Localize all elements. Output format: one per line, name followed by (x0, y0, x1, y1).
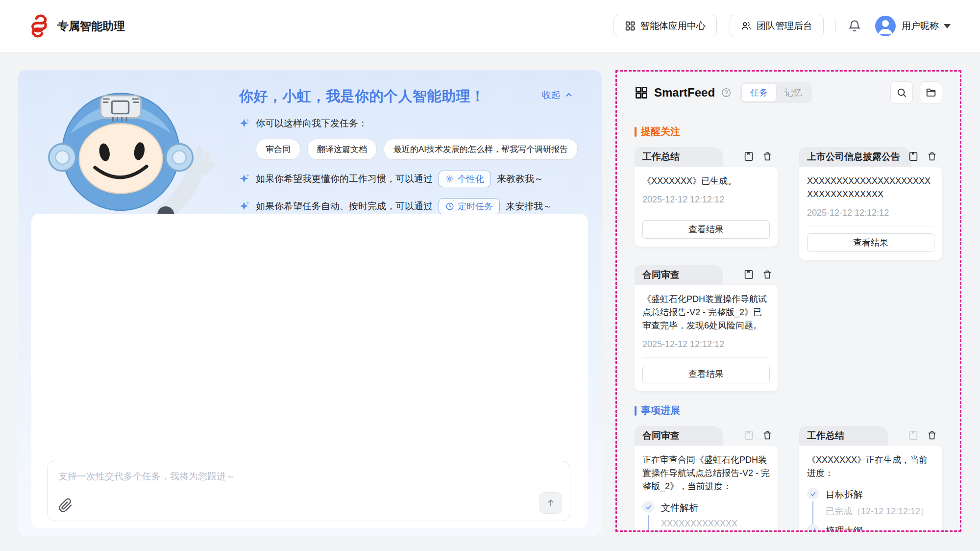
team-admin-label: 团队管理后台 (757, 20, 812, 32)
divider (642, 213, 770, 213)
grid-icon (625, 21, 636, 31)
send-button[interactable] (539, 492, 562, 514)
save-icon (908, 430, 919, 441)
agent-center-button[interactable]: 智能体应用中心 (613, 15, 717, 37)
chevron-up-icon (564, 91, 573, 100)
team-admin-button[interactable]: 团队管理后台 (730, 15, 824, 37)
page-title: 专属智能助理 (57, 19, 125, 34)
card-title: 工作总结 (635, 147, 723, 167)
card-title: 上市公司信息披露公告 (799, 147, 911, 167)
task-input[interactable] (48, 461, 570, 494)
tip-personalize-suffix: 来教教我～ (497, 173, 543, 185)
tip-schedule-prefix: 如果你希望任务自动、按时完成，可以通过 (256, 200, 433, 213)
section-reminders: 提醒关注 (635, 125, 942, 138)
clock-icon (445, 202, 454, 211)
folder-icon (926, 87, 936, 98)
welcome-title: 你好，小虹，我是你的个人智能助理！ (239, 87, 485, 106)
section-bar (635, 406, 637, 416)
chip-translate-doc[interactable]: 翻译这篇文档 (307, 139, 377, 160)
divider (617, 112, 960, 112)
smartfeed-panel: SmartFeed 任务 记忆 (615, 70, 961, 532)
step-connector (648, 515, 649, 532)
brand-logo-icon (28, 13, 50, 39)
trash-icon[interactable] (762, 151, 773, 162)
collapse-label: 收起 (542, 89, 561, 101)
tip-schedule: 如果你希望任务自动、按时完成，可以通过 定时任务 来安排我～ (239, 198, 573, 215)
assistant-home-panel: 你好，小虹，我是你的个人智能助理！ 收起 你可以这样向我下发任务： 审合同 翻译… (18, 70, 602, 536)
personalize-label: 个性化 (458, 173, 484, 185)
user-avatar[interactable] (875, 16, 896, 36)
check-circle-icon (807, 488, 819, 500)
save-icon[interactable] (743, 269, 754, 280)
card-text: 《XXXXXXX》正在生成，当前进度： (807, 453, 934, 480)
collapse-button[interactable]: 收起 (542, 89, 573, 101)
progress-cards: 合同审查 正在审查合同《盛虹石化PDH装置操作导航试点总结报告-V2 - 完整版… (635, 426, 942, 532)
attachment-paperclip-icon[interactable] (58, 498, 73, 513)
sparkle-icon (239, 174, 250, 184)
trash-icon[interactable] (927, 151, 937, 162)
team-icon (741, 21, 752, 31)
app-header: 专属智能助理 智能体应用中心 团队管理后台 用户昵称 (0, 0, 980, 52)
card-timestamp: 2025-12-12 12:12:12 (642, 195, 770, 205)
section-reminders-label: 提醒关注 (641, 125, 680, 138)
check-circle-icon (807, 524, 819, 532)
search-button[interactable] (890, 81, 913, 104)
card-text: 《盛虹石化PDH装置操作导航试点总结报告-V2 - 完整版_2》已审查完毕，发现… (642, 293, 770, 332)
tip-schedule-suffix: 来安排我～ (506, 200, 552, 213)
step-detail: 已完成（12-12 12:12:12） (826, 505, 929, 517)
reminder-card-disclosure: 上市公司信息披露公告 XXXXXXXXXXXXXXXXXXXXXXXXXXXXX… (799, 147, 942, 260)
trash-icon[interactable] (927, 430, 937, 441)
user-nickname[interactable]: 用户昵称 (902, 20, 939, 32)
section-bar (635, 127, 637, 137)
reminder-cards: 工作总结 《XXXXXXX》已生成。 2025-12-12 12:1 (635, 147, 942, 391)
view-result-button[interactable]: 查看结果 (642, 220, 770, 239)
card-text: 正在审查合同《盛虹石化PDH装置操作导航试点总结报告-V2 - 完整版_2》，当… (642, 453, 770, 493)
tab-memory[interactable]: 记忆 (776, 84, 810, 101)
trash-icon[interactable] (762, 430, 773, 441)
agent-center-label: 智能体应用中心 (640, 20, 706, 32)
tip-personalize-prefix: 如果你希望我更懂你的工作习惯，可以通过 (256, 173, 433, 185)
tip-personalize: 如果你希望我更懂你的工作习惯，可以通过 个性化 来教教我～ (239, 171, 573, 187)
reminder-card-contract-review: 合同审查 《盛虹石化PDH装置操作导航试点总结报告-V2 - 完整版_2》已审查… (635, 265, 778, 391)
suggestion-chips: 审合同 翻译这篇文档 最近的AI技术发展的怎么样，帮我写个调研报告 (256, 139, 573, 160)
personalize-button[interactable]: 个性化 (439, 171, 491, 187)
sparkle-icon (239, 118, 250, 129)
progress-card-contract-review: 合同审查 正在审查合同《盛虹石化PDH装置操作导航试点总结报告-V2 - 完整版… (635, 426, 778, 532)
smartfeed-title: SmartFeed (654, 86, 715, 100)
card-text: XXXXXXXXXXXXXXXXXXXXXXXXXXXXXXXXXX (807, 175, 934, 201)
tab-tasks[interactable]: 任务 (742, 84, 776, 101)
card-text: 《XXXXXXX》已生成。 (642, 175, 770, 188)
chevron-down-icon[interactable] (944, 24, 951, 28)
card-timestamp: 2025-12-12 12:12:12 (807, 208, 934, 218)
search-icon (896, 87, 907, 98)
smartfeed-grid-icon (635, 86, 648, 100)
arrow-up-icon (546, 498, 556, 508)
divider (642, 357, 770, 358)
progress-card-work-summary: 工作总结 《XXXXXXX》正在生成，当前进度： (799, 426, 942, 532)
card-timestamp: 2025-12-12 12:12:12 (642, 339, 770, 350)
folder-button[interactable] (920, 81, 942, 104)
trash-icon[interactable] (762, 269, 773, 280)
card-title: 合同审查 (635, 265, 723, 285)
chip-review-contract[interactable]: 审合同 (256, 139, 300, 160)
scheduled-task-label: 定时任务 (458, 200, 493, 212)
save-icon[interactable] (743, 151, 754, 162)
progress-step: 目标拆解 已完成（12-12 12:12:12） (807, 488, 934, 524)
step-detail: XXXXXXXXXXXXX (661, 519, 737, 529)
notification-bell-icon[interactable] (848, 19, 861, 33)
view-result-button[interactable]: 查看结果 (807, 233, 934, 252)
scheduled-task-button[interactable]: 定时任务 (439, 198, 500, 215)
divider (835, 20, 836, 32)
chat-area (31, 214, 588, 528)
view-result-button[interactable]: 查看结果 (642, 365, 770, 383)
save-icon[interactable] (908, 151, 919, 162)
step-connector (812, 501, 813, 524)
section-progress-label: 事项进展 (641, 404, 680, 417)
help-icon[interactable] (721, 87, 732, 98)
tip-tasks-text: 你可以这样向我下发任务： (256, 117, 368, 130)
divider (807, 226, 934, 226)
card-title: 工作总结 (799, 426, 888, 446)
chip-ai-research[interactable]: 最近的AI技术发展的怎么样，帮我写个调研报告 (384, 139, 578, 160)
task-composer (47, 461, 570, 521)
sparkle-icon (239, 201, 250, 212)
